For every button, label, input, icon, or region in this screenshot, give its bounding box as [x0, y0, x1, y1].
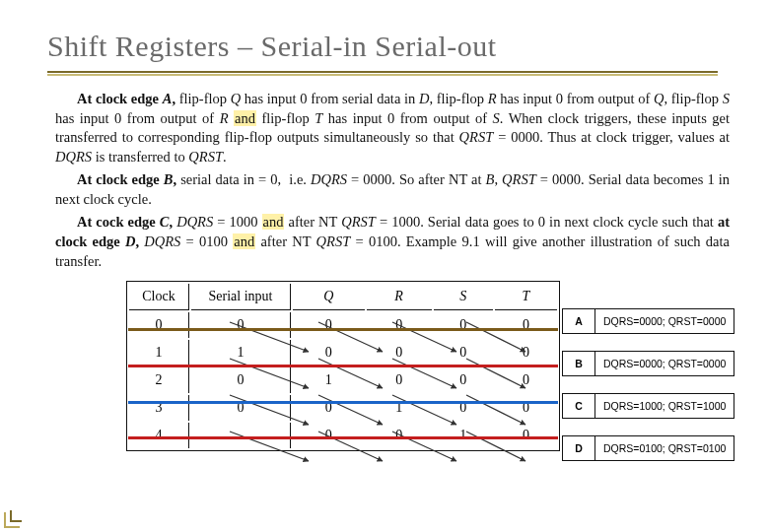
- table-row: 1 1 0 0 0 0: [129, 340, 557, 366]
- legend-row: B DQRS=0000; QRST=0000: [563, 352, 734, 376]
- lower-region: Clock Serial input Q R S T 0 0 0 0 0 0: [0, 281, 769, 507]
- table-row: 2 0 1 0 0 0: [129, 367, 557, 393]
- para-a: At clock edge A, flip-flop Q has input 0…: [55, 90, 730, 166]
- para-b: At clock edge B, serial data in = 0, i.e…: [55, 170, 730, 209]
- page-title: Shift Registers – Serial-in Serial-out: [0, 20, 769, 69]
- th-clock: Clock: [129, 284, 189, 310]
- th-s: S: [434, 284, 493, 310]
- legend-row: A DQRS=0000; QRST=0000: [563, 309, 734, 334]
- corner-ornament-icon: [0, 504, 28, 532]
- body-text: At clock edge A, flip-flop Q has input 0…: [0, 76, 769, 271]
- legend-table: A DQRS=0000; QRST=0000 B DQRS=0000; QRST…: [562, 308, 734, 461]
- slide-root: Shift Registers – Serial-in Serial-out A…: [0, 0, 769, 532]
- th-serial: Serial input: [191, 284, 291, 310]
- th-t: T: [495, 284, 557, 310]
- th-q: Q: [293, 284, 365, 310]
- shift-table: Clock Serial input Q R S T 0 0 0 0 0 0: [126, 281, 560, 451]
- legend-row: D DQRS=0100; QRST=0100: [563, 436, 734, 461]
- para-c: At cock edge C, DQRS = 1000 and after NT…: [55, 213, 730, 271]
- table-row: 4 0 0 1 0: [129, 423, 557, 448]
- th-r: R: [367, 284, 432, 310]
- legend-row: C DQRS=1000; QRST=1000: [563, 394, 734, 419]
- table-row: 0 0 0 0 0 0: [129, 312, 557, 338]
- table-row: 3 0 0 1 0 0: [129, 395, 557, 421]
